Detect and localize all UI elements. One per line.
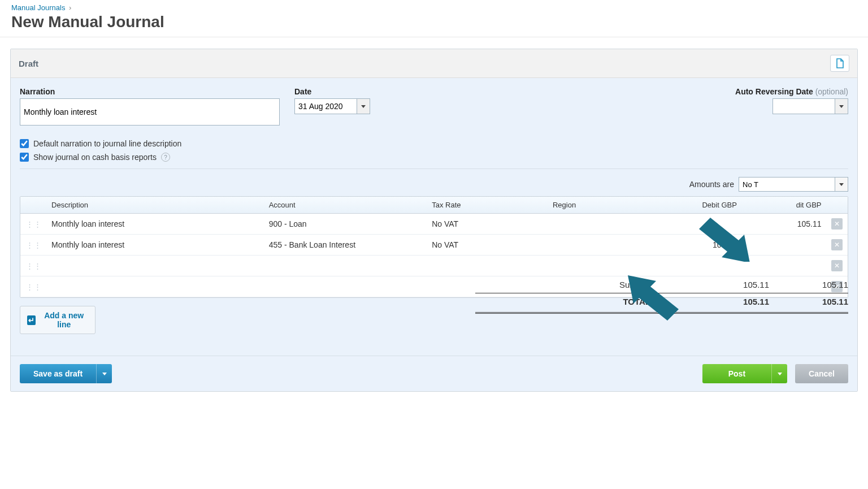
cancel-button[interactable]: Cancel — [795, 364, 848, 383]
table-row[interactable]: ⋮⋮Monthly loan interest900 - LoanNo VAT1… — [20, 214, 848, 235]
total-row: TOTAL 105.11 105.11 — [475, 293, 848, 310]
cell-region[interactable] — [548, 235, 645, 256]
post-split-button[interactable]: Post — [702, 364, 787, 383]
total-credit: 105.11 — [769, 297, 848, 306]
narration-field: Narration — [20, 87, 280, 126]
reversing-date-field: Auto Reversing Date (optional) — [735, 87, 848, 114]
cell-description[interactable]: Monthly loan interest — [47, 214, 264, 235]
date-field: Date — [294, 87, 370, 114]
default-narration-input[interactable] — [20, 139, 29, 148]
breadcrumb-separator: › — [69, 3, 71, 12]
subtotal-label: Subtotal — [475, 280, 690, 289]
post-button[interactable]: Post — [702, 364, 771, 383]
total-label: TOTAL — [475, 297, 690, 306]
breadcrumb: Manual Journals › — [11, 3, 857, 12]
col-description: Description — [47, 197, 264, 214]
amounts-are-select[interactable] — [739, 177, 848, 192]
divider — [20, 168, 848, 169]
col-tax-rate: Tax Rate — [427, 197, 548, 214]
date-input[interactable] — [294, 98, 357, 114]
default-narration-label: Default narration to journal line descri… — [33, 139, 181, 148]
delete-row-button[interactable]: ✕ — [831, 239, 843, 250]
table-row[interactable]: ⋮⋮Monthly loan interest455 - Bank Loan I… — [20, 235, 848, 256]
cell-tax-rate[interactable] — [427, 256, 548, 276]
delete-row-button[interactable]: ✕ — [831, 260, 843, 271]
col-debit: Debit GBP — [645, 197, 741, 214]
cell-region[interactable] — [548, 256, 645, 276]
amounts-are-input[interactable] — [739, 177, 835, 192]
cash-basis-checkbox[interactable]: Show journal on cash basis reports ? — [20, 153, 848, 162]
cell-description[interactable]: Monthly loan interest — [47, 235, 264, 256]
plus-icon: ↵ — [27, 315, 36, 325]
reversing-date-label: Auto Reversing Date (optional) — [735, 87, 848, 96]
cell-description[interactable] — [47, 256, 264, 276]
cell-debit[interactable] — [645, 214, 741, 235]
narration-input[interactable] — [20, 98, 280, 126]
drag-handle-icon[interactable]: ⋮⋮ — [20, 235, 47, 256]
subtotal-row: Subtotal 105.11 105.11 — [475, 276, 848, 293]
drag-handle-icon[interactable]: ⋮⋮ — [20, 276, 47, 297]
help-icon[interactable]: ? — [161, 153, 170, 162]
cash-basis-input[interactable] — [20, 153, 29, 162]
cell-credit[interactable] — [741, 256, 826, 276]
cell-account[interactable] — [264, 256, 428, 276]
reversing-date-input[interactable] — [772, 98, 835, 114]
add-line-button[interactable]: ↵ Add a new line — [20, 306, 96, 334]
cell-credit[interactable] — [741, 235, 826, 256]
amounts-are-label: Amounts are — [689, 180, 734, 189]
default-narration-checkbox[interactable]: Default narration to journal line descri… — [20, 139, 848, 148]
delete-row-button[interactable]: ✕ — [831, 218, 843, 230]
cell-debit[interactable] — [645, 256, 741, 276]
drag-handle-icon[interactable]: ⋮⋮ — [20, 214, 47, 235]
panel-header: Draft — [11, 49, 857, 78]
panel-footer: Save as draft Post Cancel — [11, 356, 857, 391]
cell-tax-rate[interactable]: No VAT — [427, 214, 548, 235]
save-draft-button[interactable]: Save as draft — [20, 364, 96, 383]
status-label: Draft — [19, 59, 38, 68]
cell-region[interactable] — [548, 214, 645, 235]
drag-handle-icon[interactable]: ⋮⋮ — [20, 256, 47, 276]
journal-form-panel: Draft Narration Date Auto Reversing Date — [10, 49, 858, 392]
col-account: Account — [264, 197, 428, 214]
date-picker-toggle[interactable] — [357, 98, 370, 114]
optional-hint: (optional) — [815, 87, 848, 96]
cell-account[interactable]: 455 - Bank Loan Interest — [264, 235, 428, 256]
cell-account[interactable]: 900 - Loan — [264, 214, 428, 235]
cash-basis-label: Show journal on cash basis reports — [33, 153, 157, 162]
cell-credit[interactable]: 105.11 — [741, 214, 826, 235]
col-credit: dit GBP — [741, 197, 826, 214]
add-line-label: Add a new line — [40, 311, 88, 329]
cell-tax-rate[interactable]: No VAT — [427, 235, 548, 256]
attachments-button[interactable] — [830, 55, 849, 72]
subtotal-credit: 105.11 — [769, 280, 848, 289]
cell-debit[interactable]: 105.11 — [645, 235, 741, 256]
save-draft-menu-toggle[interactable] — [96, 364, 112, 383]
table-row[interactable]: ⋮⋮✕ — [20, 256, 848, 276]
save-draft-split-button[interactable]: Save as draft — [20, 364, 112, 383]
subtotal-debit: 105.11 — [690, 280, 769, 289]
narration-label: Narration — [20, 87, 280, 96]
post-menu-toggle[interactable] — [771, 364, 787, 383]
file-icon — [835, 58, 844, 68]
col-region: Region — [548, 197, 645, 214]
breadcrumb-parent-link[interactable]: Manual Journals — [11, 3, 65, 12]
total-debit: 105.11 — [690, 297, 769, 306]
date-label: Date — [294, 87, 370, 96]
reversing-date-picker-toggle[interactable] — [835, 98, 848, 114]
chevron-down-icon[interactable] — [835, 177, 848, 192]
page-title: New Manual Journal — [11, 13, 857, 31]
